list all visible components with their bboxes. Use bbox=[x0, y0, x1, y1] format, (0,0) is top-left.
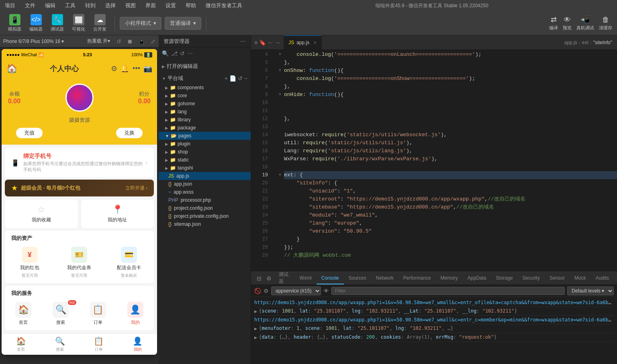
new-file-icon[interactable]: ⋯ bbox=[240, 38, 246, 45]
asset-hongbao[interactable]: ¥ 我的红包 暂无可用 bbox=[5, 247, 55, 278]
translate-action[interactable]: ⇄ 编译 bbox=[549, 15, 558, 31]
stop-icon[interactable]: ⏹ bbox=[127, 38, 133, 45]
phone-bind-item[interactable]: 📱 绑定手机号 如果您用手机号注册过会员或您想通过微信外购物请绑定您的手机号码 … bbox=[5, 148, 154, 178]
devtools-tab-appdata[interactable]: AppData bbox=[463, 272, 491, 284]
editor-toolbar-back[interactable]: ← bbox=[268, 39, 273, 46]
settings-icon[interactable]: ⚙ bbox=[111, 64, 117, 73]
fe-collapse-icon[interactable]: ⋯ bbox=[187, 50, 193, 57]
editor-button[interactable]: </> 编辑器 bbox=[26, 12, 46, 34]
asset-coupon[interactable]: 🎫 我的代金券 暂无可用 bbox=[55, 247, 104, 278]
breadcrumb-appjs[interactable]: app.js bbox=[564, 40, 577, 45]
expand-arrow-5[interactable]: ▶ bbox=[254, 335, 257, 340]
exchange-button[interactable]: 兑换 bbox=[116, 128, 143, 138]
devtools-tab-security[interactable]: Security bbox=[518, 272, 545, 284]
debugger-button[interactable]: 🔧 调试器 bbox=[47, 12, 67, 34]
asset-card[interactable]: 💳 配送会员卡 暂未购买 bbox=[104, 247, 154, 278]
breadcrumb-siteinfo[interactable]: "siteInfo" bbox=[593, 40, 612, 45]
hotreload-label[interactable]: 热重载 开▾ bbox=[87, 38, 110, 45]
folder-plugin[interactable]: ▶ 📁 plugin bbox=[159, 140, 251, 148]
compile-dropdown[interactable]: 普通编译 ▾ bbox=[165, 17, 201, 30]
nav-search[interactable]: 🔍 搜索 bbox=[41, 334, 80, 355]
tab-close-icon[interactable]: × bbox=[313, 39, 317, 46]
service-profile[interactable]: 👤 我的 bbox=[116, 302, 154, 325]
folder-gohome[interactable]: ▶ 📁 gohome bbox=[159, 100, 251, 108]
devtools-tab-audits[interactable]: Audits bbox=[591, 272, 614, 284]
service-order[interactable]: 📋 订单 bbox=[80, 302, 117, 325]
file-sitemap[interactable]: {} sitemap.json bbox=[159, 220, 251, 228]
menu-select[interactable]: 选择 bbox=[104, 1, 117, 10]
platform-header[interactable]: ▼ 平台域 + 📄 ↺ − bbox=[159, 73, 251, 84]
folder-tangshi[interactable]: ▶ 📁 tangshi bbox=[159, 164, 251, 172]
clear-action[interactable]: 🗑 清缓存 bbox=[599, 16, 612, 31]
nav-home[interactable]: 🏠 首页 bbox=[2, 334, 41, 355]
devtools-tab-network[interactable]: Network bbox=[371, 272, 398, 284]
devtools-tab-performance[interactable]: Performance bbox=[398, 272, 436, 284]
expand-arrow-4[interactable]: ▶ bbox=[254, 326, 257, 331]
file-processor[interactable]: PHP processor.php bbox=[159, 196, 251, 204]
more-icon[interactable]: ••• bbox=[133, 64, 140, 73]
page-debug-action[interactable]: 📲 真机调试 bbox=[576, 15, 594, 31]
folder-components[interactable]: ▶ 📁 components bbox=[159, 84, 251, 92]
camera-icon[interactable]: 📷 bbox=[143, 64, 152, 73]
service-select[interactable]: appservice (#15) bbox=[271, 286, 321, 295]
console-settings-icon[interactable]: ⚙ bbox=[264, 288, 269, 294]
folder-package[interactable]: ▶ 📁 package bbox=[159, 124, 251, 132]
devtools-gear-icon[interactable]: ⚙ bbox=[264, 272, 274, 284]
expand-arrow-2[interactable]: ▶ bbox=[254, 309, 257, 314]
devtools-tab-wxml[interactable]: Wxml bbox=[295, 272, 317, 284]
menu-view[interactable]: 视图 bbox=[124, 1, 137, 10]
menu-edit[interactable]: 编辑 bbox=[43, 1, 57, 10]
member-activate-button[interactable]: 立即开通 › bbox=[125, 185, 147, 192]
menu-file[interactable]: 文件 bbox=[23, 1, 37, 10]
fullscreen-icon[interactable]: ⤢ bbox=[151, 38, 155, 45]
devtools-tab-sources[interactable]: Sources bbox=[344, 272, 371, 284]
editor-toolbar-bookmark[interactable]: 🔖 bbox=[259, 39, 266, 46]
folder-pages[interactable]: ▼ 📂 pages bbox=[159, 132, 251, 140]
menu-settings[interactable]: 设置 bbox=[164, 1, 178, 10]
code-editor[interactable]: 4 5 6 7 8 9 10 11 12 13 14 15 16 17 18 1… bbox=[251, 50, 617, 272]
file-project-config[interactable]: {} project.config.json bbox=[159, 204, 251, 212]
favorites-section[interactable]: ☆ 我的收藏 bbox=[5, 200, 78, 228]
file-appjson[interactable]: {} app.json bbox=[159, 180, 251, 188]
open-editors-header[interactable]: ▶ 打开的编辑器 bbox=[159, 61, 251, 72]
simulator-button[interactable]: 📱 模拟器 bbox=[5, 12, 25, 34]
file-appjs[interactable]: JS app.js bbox=[159, 172, 251, 180]
nav-profile[interactable]: 👤 我的 bbox=[118, 334, 157, 355]
console-filter-input[interactable] bbox=[331, 287, 565, 295]
visual-button[interactable]: ⬜ 可视化 bbox=[69, 12, 88, 34]
nav-order[interactable]: 📋 订单 bbox=[80, 334, 118, 355]
menu-goto[interactable]: 转到 bbox=[84, 1, 97, 10]
log-levels-select[interactable]: Default levels ▾ bbox=[567, 286, 614, 295]
breadcrumb-ext[interactable]: ext bbox=[582, 40, 588, 45]
menu-interface[interactable]: 界面 bbox=[144, 1, 157, 10]
home-icon[interactable]: 🏠 bbox=[6, 63, 17, 74]
mode-dropdown[interactable]: 小程序模式 ▾ bbox=[120, 17, 161, 30]
platform-copy-icon[interactable]: 📄 bbox=[229, 75, 236, 82]
fe-git-icon[interactable]: ⎇ bbox=[171, 50, 178, 57]
devtools-icon-left[interactable]: ⊟ bbox=[254, 272, 264, 284]
menu-wechat-tools[interactable]: 微信开发者工具 bbox=[204, 1, 244, 10]
device-icon[interactable]: 📱 bbox=[138, 38, 145, 45]
user-avatar[interactable] bbox=[65, 84, 94, 112]
file-project-private[interactable]: {} project.private.config.json bbox=[159, 212, 251, 220]
platform-add-icon[interactable]: + bbox=[225, 75, 228, 82]
folder-lang[interactable]: ▶ 📁 lang bbox=[159, 108, 251, 116]
devtools-tab-sensor[interactable]: Sensor bbox=[545, 272, 570, 284]
menu-help[interactable]: 帮助 bbox=[184, 1, 198, 10]
refresh-icon[interactable]: ↺ bbox=[116, 38, 121, 45]
devtools-tab-mock[interactable]: Mock bbox=[570, 272, 591, 284]
platform-collapse-icon[interactable]: − bbox=[244, 75, 247, 82]
platform-refresh-icon[interactable]: ↺ bbox=[238, 75, 243, 82]
service-eye-icon[interactable]: 👁 bbox=[323, 288, 329, 294]
preview-action[interactable]: 👁 预览 bbox=[563, 16, 572, 31]
menu-project[interactable]: 项目 bbox=[3, 1, 17, 10]
editor-toolbar-forward[interactable]: → bbox=[275, 39, 280, 46]
folder-shop[interactable]: ▶ 📁 shop bbox=[159, 148, 251, 156]
device-label[interactable]: Phone 6/7/8 Plus 100% 16 ▾ bbox=[3, 39, 64, 44]
service-search[interactable]: hot 🔍 搜索 bbox=[42, 302, 80, 325]
fe-refresh-icon[interactable]: ↺ bbox=[180, 50, 185, 57]
service-home[interactable]: 🏠 首页 bbox=[5, 302, 42, 325]
bell-icon[interactable]: 🔔 bbox=[121, 64, 129, 73]
address-section[interactable]: 📍 我的地址 bbox=[81, 200, 154, 228]
devtools-tab-storage[interactable]: Storage bbox=[491, 272, 518, 284]
